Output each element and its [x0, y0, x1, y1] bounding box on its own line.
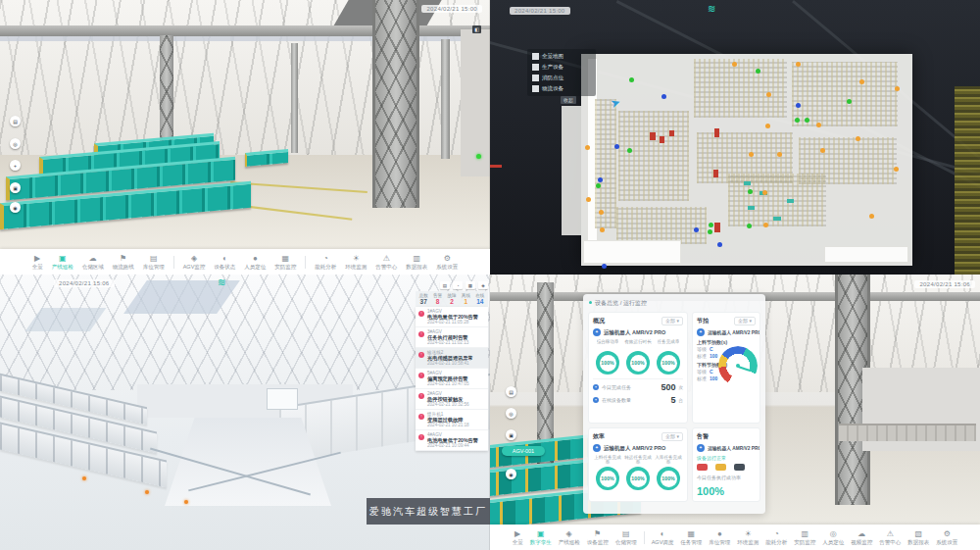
- toolbar-item[interactable]: ☀ 环境监测: [345, 255, 367, 270]
- device-dot[interactable]: [796, 62, 801, 67]
- alarm-list-item[interactable]: ! 5#AGV 偏离预定路径告警 2024-02-21 10:47:05: [416, 369, 488, 389]
- vehicle-icon[interactable]: [715, 464, 726, 471]
- device-dot[interactable]: [816, 123, 821, 127]
- layer-toggle[interactable]: 生产设备: [532, 64, 591, 71]
- viewpoint-marker-button[interactable]: ◎: [506, 408, 516, 419]
- filter-select[interactable]: 全部 ▾: [662, 432, 683, 441]
- status-count[interactable]: 离线 1: [459, 293, 472, 305]
- toolbar-item[interactable]: ◐ 设备状态: [214, 255, 235, 270]
- alarm-list-item[interactable]: ! 4#AGV 电池电量低于20%告警 2024-02-21 10:09:44: [416, 430, 488, 451]
- toolbar-item[interactable]: ⚑ 设备监控: [587, 530, 609, 545]
- toolbar-item[interactable]: ◎ 人员定位: [822, 530, 844, 545]
- device-dot[interactable]: [749, 152, 754, 157]
- toolbar-item[interactable]: ⚙ 系统设置: [936, 530, 957, 545]
- collapse-button[interactable]: 收起: [561, 96, 576, 104]
- toolbar-item[interactable]: ☀ 环境监测: [737, 530, 759, 545]
- floorplan-map[interactable]: ➤: [581, 54, 912, 266]
- toolbar-item[interactable]: ▶ 全景: [513, 530, 523, 545]
- device-dot[interactable]: [694, 227, 699, 232]
- toolbar-item[interactable]: ⚠ 告警中心: [375, 255, 397, 270]
- device-dot[interactable]: [820, 148, 825, 153]
- toolbar-item[interactable]: ▦ 任务管理: [680, 530, 702, 545]
- viewpoint-marker-button[interactable]: ◉: [10, 202, 21, 213]
- layer-toggle[interactable]: 消防点位: [532, 75, 591, 81]
- alarm-list-item[interactable]: ! 1#AGV 电池电量低于20%告警 2024-02-21 11:05:28: [416, 307, 488, 327]
- device-dot[interactable]: [859, 79, 864, 84]
- device-dot[interactable]: [805, 118, 809, 123]
- viewpoint-marker-button[interactable]: ▣: [506, 429, 516, 440]
- toolbar-item[interactable]: ⚑ 物流路线: [113, 255, 134, 270]
- toolbar-item[interactable]: ▶ 全景: [32, 255, 43, 270]
- toolbar-item[interactable]: ▥ 安防监控: [794, 530, 815, 545]
- device-dot[interactable]: [629, 77, 634, 82]
- viewpoint-marker-button[interactable]: ◎: [10, 138, 21, 149]
- alarm-list-item[interactable]: ! 2#AGV 急停按钮被触发 2024-02-21 10:32:56: [416, 389, 488, 410]
- toolbar-item[interactable]: ▣ 数字孪生: [530, 530, 552, 545]
- status-count[interactable]: 总数 37: [416, 293, 430, 305]
- filter-select[interactable]: 全部 ▾: [662, 317, 683, 325]
- toolbar-item[interactable]: ▤ 仓储管理: [615, 530, 637, 545]
- device-dot[interactable]: [765, 124, 770, 128]
- device-dot[interactable]: [856, 136, 860, 141]
- device-dot[interactable]: [627, 148, 632, 153]
- panel-tab-button[interactable]: ▦: [466, 281, 475, 289]
- viewpoint-marker-button[interactable]: +: [10, 160, 21, 171]
- device-dot[interactable]: [585, 145, 590, 150]
- device-dot[interactable]: [895, 86, 900, 91]
- panel-tab-button[interactable]: ◈: [478, 281, 488, 289]
- device-dot[interactable]: [596, 183, 601, 188]
- layer-toggle[interactable]: 全景地图: [532, 53, 591, 60]
- toolbar-item[interactable]: ▥ 数据报表: [406, 255, 427, 270]
- toolbar-item[interactable]: ☁ 视频监控: [851, 530, 872, 545]
- device-dot[interactable]: [747, 224, 752, 228]
- device-dot[interactable]: [762, 190, 767, 195]
- device-dot[interactable]: [602, 264, 607, 269]
- device-dot[interactable]: [614, 144, 619, 149]
- device-dot[interactable]: [599, 210, 604, 215]
- toolbar-item[interactable]: ◈ AGV监控: [183, 255, 206, 270]
- device-dot[interactable]: [795, 118, 800, 123]
- toolbar-item[interactable]: ◔ 能耗分析: [765, 530, 787, 545]
- viewpoint-marker-button[interactable]: ▣: [10, 182, 21, 193]
- device-dot[interactable]: [869, 214, 874, 219]
- viewpoint-marker-button[interactable]: ▤: [10, 116, 21, 126]
- viewpoint-marker-button[interactable]: ▤: [506, 386, 516, 397]
- status-count[interactable]: 在线 14: [473, 293, 487, 305]
- vehicle-icon[interactable]: [697, 464, 708, 471]
- device-dot[interactable]: [894, 167, 899, 172]
- layer-toggle[interactable]: 物流设备: [532, 85, 591, 92]
- toolbar-item[interactable]: ● 人员定位: [244, 255, 266, 270]
- status-count[interactable]: 故障 2: [445, 293, 459, 305]
- alarm-list-item[interactable]: ! 提升机1 变频器过载故障 2024-02-21 10:21:18: [416, 410, 488, 430]
- device-dot[interactable]: [662, 94, 666, 99]
- vehicle-icon[interactable]: [734, 464, 745, 471]
- agv-vehicle[interactable]: [245, 149, 288, 167]
- device-dot[interactable]: [763, 223, 768, 227]
- device-dot[interactable]: [732, 62, 737, 67]
- status-count[interactable]: 告警 8: [430, 293, 444, 305]
- device-dot[interactable]: [717, 242, 722, 247]
- toolbar-item[interactable]: ◈ 产线巡检: [559, 530, 580, 545]
- alarm-list-item[interactable]: ! 3#AGV 任务执行超时告警 2024-02-21 11:02:13: [416, 327, 488, 348]
- viewpoint-marker-button[interactable]: ◉: [506, 469, 516, 479]
- device-dot[interactable]: [600, 227, 605, 232]
- device-dot[interactable]: [756, 69, 760, 74]
- fullscreen-icon[interactable]: ◧: [472, 25, 481, 33]
- device-dot[interactable]: [586, 197, 591, 202]
- toolbar-item[interactable]: ▧ 数据报表: [907, 530, 929, 545]
- toolbar-item[interactable]: ⚠ 告警中心: [879, 530, 901, 545]
- device-dot[interactable]: [708, 229, 712, 234]
- toolbar-item[interactable]: ◐ AGV调度: [652, 530, 674, 545]
- filter-select[interactable]: 全部 ▾: [734, 317, 756, 325]
- agv-tag-label[interactable]: AGV-001: [502, 446, 545, 456]
- toolbar-item[interactable]: ▣ 产线巡检: [52, 255, 74, 270]
- toolbar-item[interactable]: ☁ 仓储区域: [82, 255, 104, 270]
- toolbar-item[interactable]: ⚙ 系统设置: [436, 255, 458, 270]
- device-dot[interactable]: [598, 177, 603, 182]
- toolbar-item[interactable]: ● 库位管理: [709, 530, 730, 545]
- panel-tab-button[interactable]: ◔: [453, 281, 463, 289]
- device-dot[interactable]: [748, 189, 753, 194]
- device-dot[interactable]: [766, 92, 771, 97]
- device-dot[interactable]: [796, 103, 801, 108]
- toolbar-item[interactable]: ▦ 安防监控: [274, 255, 296, 270]
